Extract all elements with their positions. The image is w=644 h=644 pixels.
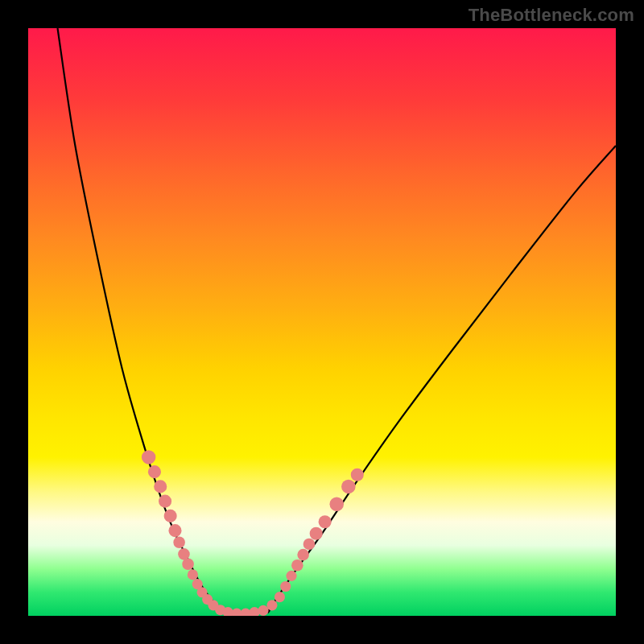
data-dot (291, 559, 303, 572)
data-dot (351, 469, 364, 481)
data-dot (154, 480, 167, 493)
watermark-text: TheBottleneck.com (469, 5, 634, 26)
data-dot (297, 549, 309, 561)
data-dot (280, 581, 291, 592)
data-dot (148, 465, 161, 478)
data-dot (182, 558, 194, 570)
dot-group (142, 450, 364, 616)
data-dot (319, 515, 332, 528)
data-dot (168, 524, 181, 537)
data-dot (275, 592, 285, 602)
data-dot (310, 527, 323, 540)
data-dot (173, 536, 185, 548)
curve-layer (28, 28, 616, 616)
data-dot (303, 539, 316, 551)
chart-frame: TheBottleneck.com (0, 0, 644, 644)
data-dot (142, 450, 156, 464)
curve-group (58, 28, 617, 613)
bottleneck-curve (58, 28, 617, 613)
data-dot (159, 495, 171, 508)
data-dot (266, 600, 277, 610)
data-dot (164, 510, 177, 522)
data-dot (178, 548, 190, 560)
plot-area (28, 28, 616, 616)
data-dot (341, 480, 356, 494)
data-dot (188, 569, 198, 580)
data-dot (329, 497, 344, 512)
data-dot (286, 571, 296, 581)
data-dot (258, 605, 268, 616)
